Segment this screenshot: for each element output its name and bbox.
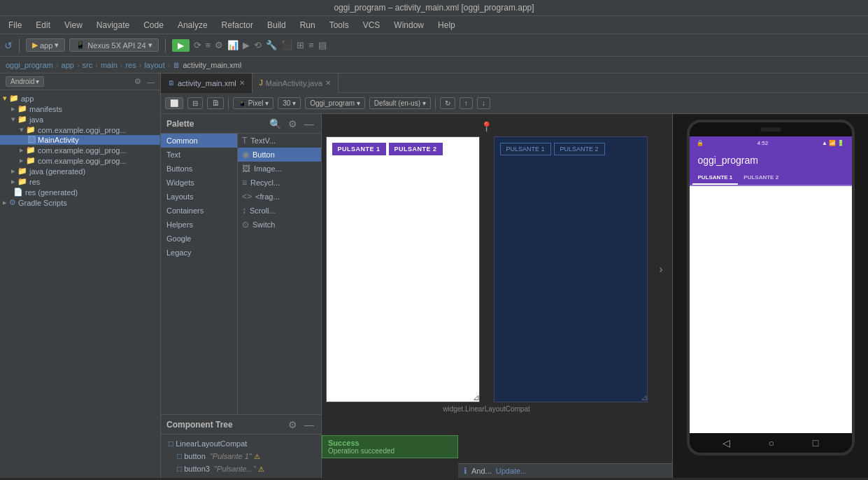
menu-file[interactable]: File bbox=[6, 19, 24, 31]
palette-item-scrollview[interactable]: ↕ Scroll... bbox=[238, 204, 321, 218]
android-view-selector[interactable]: Android ▾ bbox=[6, 76, 44, 87]
toolbar-icon-5[interactable]: ▶ bbox=[243, 40, 250, 50]
cat-buttons[interactable]: Buttons bbox=[161, 162, 237, 176]
orientation-btn[interactable]: 📱 Pixel ▾ bbox=[233, 97, 273, 109]
cat-legacy[interactable]: Legacy bbox=[161, 246, 237, 260]
locale-btn[interactable]: Default (en-us) ▾ bbox=[369, 97, 431, 109]
tree-item-package-2[interactable]: ▸ 📁 com.example.oggi_prog... bbox=[0, 145, 160, 155]
blueprint-canvas[interactable]: PULSANTE 1 PULSANTE 2 bbox=[494, 136, 648, 402]
zoom-btn[interactable]: 30 ▾ bbox=[278, 97, 301, 109]
comp-tree-linear-layout[interactable]: □ LinearLayoutCompat bbox=[161, 437, 321, 450]
menu-navigate[interactable]: Navigate bbox=[94, 19, 132, 31]
blueprint-resize-handle[interactable]: ⊿ bbox=[641, 393, 648, 402]
comp-tree-minimize-btn[interactable]: — bbox=[303, 419, 315, 430]
refresh-layout-btn[interactable]: ↻ bbox=[440, 97, 455, 109]
view-split-btn[interactable]: ⊟ bbox=[187, 97, 203, 109]
run-button[interactable]: ▶ bbox=[172, 39, 190, 52]
comp-tree-settings-btn[interactable]: ⚙ bbox=[287, 419, 299, 430]
toolbar-icon-4[interactable]: 📊 bbox=[227, 40, 239, 50]
breadcrumb-item-5[interactable]: layout bbox=[144, 61, 164, 69]
tab-xml-close[interactable]: ✕ bbox=[239, 79, 245, 87]
phone-nav-back[interactable]: ◁ bbox=[723, 437, 730, 449]
canvas-resize-handle[interactable]: ⊿ bbox=[473, 393, 480, 402]
toolbar-icon-8[interactable]: ⬛ bbox=[281, 40, 292, 50]
toolbar-icon-10[interactable]: ≡ bbox=[308, 40, 314, 50]
device-selector[interactable]: 📱 Nexus 5X API 24 ▾ bbox=[69, 38, 158, 52]
breadcrumb-item-1[interactable]: app bbox=[62, 61, 74, 69]
palette-item-button[interactable]: ◉ Button bbox=[238, 148, 321, 162]
view-code-btn[interactable]: 🖺 bbox=[207, 97, 224, 109]
tree-item-gradle[interactable]: ▸ ⚙ Gradle Scripts bbox=[0, 197, 160, 208]
tree-item-app[interactable]: ▾ 📁 app bbox=[0, 93, 160, 104]
tree-item-mainactivity[interactable]: 🅰 MainActivity bbox=[0, 135, 160, 145]
palette-item-textview[interactable]: T TextV... bbox=[238, 134, 321, 148]
menu-refactor[interactable]: Refactor bbox=[219, 19, 256, 31]
cat-common[interactable]: Common bbox=[161, 134, 237, 148]
cat-text[interactable]: Text bbox=[161, 148, 237, 162]
toolbar-icon-3[interactable]: ⚙ bbox=[215, 40, 223, 50]
cat-containers[interactable]: Containers bbox=[161, 204, 237, 218]
toolbar-icon-1[interactable]: ⟳ bbox=[194, 40, 201, 50]
breadcrumb-item-0[interactable]: oggi_program bbox=[6, 61, 53, 69]
blueprint-button-2[interactable]: PULSANTE 2 bbox=[554, 143, 605, 155]
menu-help[interactable]: Help bbox=[435, 19, 458, 31]
design-canvas[interactable]: PULSANTE 1 PULSANTE 2 bbox=[326, 136, 480, 402]
program-btn[interactable]: Oggi_program ▾ bbox=[305, 97, 365, 109]
cat-widgets[interactable]: Widgets bbox=[161, 176, 237, 190]
comp-tree-button3[interactable]: □ button3 "Pulsante..." ⚠ bbox=[161, 463, 321, 475]
breadcrumb-item-4[interactable]: res bbox=[125, 61, 136, 69]
sync-icon[interactable]: ↺ bbox=[4, 40, 13, 51]
breadcrumb-item-2[interactable]: src bbox=[83, 61, 93, 69]
breadcrumb-item-3[interactable]: main bbox=[101, 61, 118, 69]
palette-item-switch[interactable]: ⊙ Switch bbox=[238, 218, 321, 232]
palette-search-btn[interactable]: 🔍 bbox=[268, 118, 283, 129]
menu-build[interactable]: Build bbox=[264, 19, 289, 31]
menu-run[interactable]: Run bbox=[297, 19, 318, 31]
menu-code[interactable]: Code bbox=[141, 19, 166, 31]
toolbar-icon-2[interactable]: ≡ bbox=[206, 40, 211, 50]
app-selector[interactable]: ▶ app ▾ bbox=[26, 38, 65, 52]
menu-view[interactable]: View bbox=[62, 19, 85, 31]
pin-icon[interactable]: 📍 bbox=[481, 121, 492, 132]
cat-layouts[interactable]: Layouts bbox=[161, 190, 237, 204]
design-button-2[interactable]: PULSANTE 2 bbox=[389, 143, 443, 155]
comp-tree-button1[interactable]: □ button "Pulsante 1" ⚠ bbox=[161, 450, 321, 463]
project-collapse-icon[interactable]: — bbox=[147, 78, 155, 86]
tab-java[interactable]: J MainActivity.java ✕ bbox=[252, 73, 339, 93]
toolbar-icon-11[interactable]: ▤ bbox=[318, 40, 327, 50]
menu-tools[interactable]: Tools bbox=[327, 19, 352, 31]
palette-item-fragment[interactable]: <> <frag... bbox=[238, 190, 321, 204]
menu-edit[interactable]: Edit bbox=[33, 19, 53, 31]
tree-item-java-gen[interactable]: ▸ 📁 java (generated) bbox=[0, 166, 160, 176]
view-design-btn[interactable]: ⬜ bbox=[165, 97, 183, 109]
canvas-nav-right[interactable]: › bbox=[659, 263, 662, 276]
phone-nav-recents[interactable]: □ bbox=[813, 437, 818, 449]
palette-item-imageview[interactable]: 🖼 Image... bbox=[238, 162, 321, 176]
tab-xml[interactable]: 🗎 activity_main.xml ✕ bbox=[161, 73, 252, 93]
tab-java-close[interactable]: ✕ bbox=[325, 79, 331, 87]
toolbar-icon-7[interactable]: 🔧 bbox=[266, 40, 277, 50]
menu-analyze[interactable]: Analyze bbox=[175, 19, 211, 31]
cat-google[interactable]: Google bbox=[161, 232, 237, 246]
tree-item-manifests[interactable]: ▸ 📁 manifests bbox=[0, 104, 160, 114]
phone-nav-home[interactable]: ○ bbox=[769, 437, 774, 449]
palette-settings-btn[interactable]: ⚙ bbox=[287, 118, 299, 129]
blueprint-button-1[interactable]: PULSANTE 1 bbox=[500, 143, 551, 155]
phone-tab-1[interactable]: PULSANTE 1 bbox=[692, 171, 739, 185]
canvas-scroll-area[interactable]: 📍 ‹ PULSANTE 1 P bbox=[322, 114, 672, 478]
menu-vcs[interactable]: VCS bbox=[360, 19, 383, 31]
project-settings-icon[interactable]: ⚙ bbox=[134, 77, 141, 86]
arrow-down-btn[interactable]: ↓ bbox=[477, 97, 490, 109]
tree-item-package-1[interactable]: ▾ 📁 com.example.oggi_prog... bbox=[0, 125, 160, 135]
menu-window[interactable]: Window bbox=[391, 19, 427, 31]
toolbar-icon-6[interactable]: ⟲ bbox=[254, 40, 262, 50]
tree-item-res[interactable]: ▸ 📁 res bbox=[0, 176, 160, 187]
tree-item-package-3[interactable]: ▸ 📁 com.example.oggi_prog... bbox=[0, 155, 160, 166]
android-update-link[interactable]: Update... bbox=[496, 467, 527, 475]
tree-item-java[interactable]: ▾ 📁 java bbox=[0, 114, 160, 125]
toolbar-icon-9[interactable]: ⊞ bbox=[297, 40, 304, 50]
palette-item-recyclerview[interactable]: ≡ Recycl... bbox=[238, 176, 321, 190]
tree-item-res-gen[interactable]: 📄 res (generated) bbox=[0, 187, 160, 197]
phone-tab-2[interactable]: PULSANTE 2 bbox=[738, 171, 784, 185]
cat-helpers[interactable]: Helpers bbox=[161, 218, 237, 232]
